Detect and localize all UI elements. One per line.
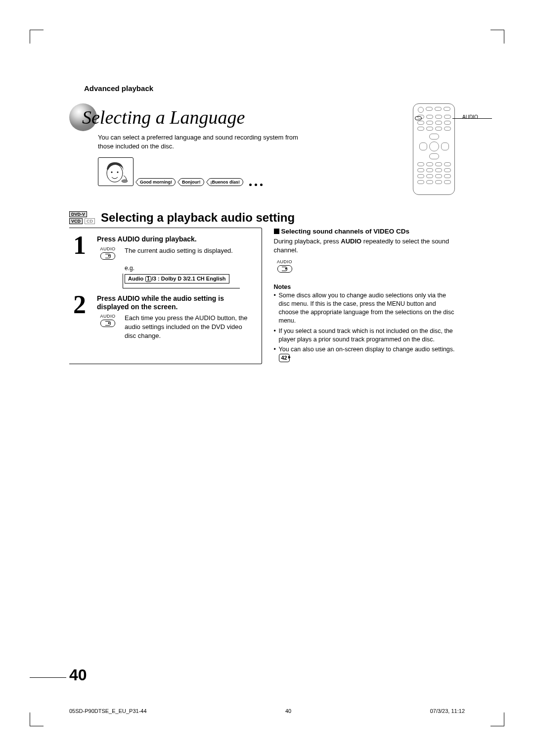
face-illustration bbox=[98, 157, 134, 186]
crop-mark-tr bbox=[490, 30, 504, 44]
right-text: During playback, press AUDIO repeatedly … bbox=[274, 237, 455, 254]
steps-panel: 1 Press AUDIO during playback. AUDIO The… bbox=[69, 228, 262, 364]
badge-vcd: VCD bbox=[69, 218, 83, 224]
step-text: Each time you press the AUDIO button, th… bbox=[125, 314, 255, 340]
speaker-icon bbox=[100, 252, 115, 260]
speech-illustration: Good morning! Bonjour! ¡Buenos días! bbox=[98, 157, 455, 186]
step-text: The current audio setting is displayed. bbox=[125, 246, 233, 255]
step-title: Press AUDIO while the audio setting is d… bbox=[97, 294, 255, 311]
osd-example: Audio 1/3 : Dolby D 3/2.1 CH English bbox=[125, 274, 255, 284]
footer-right: 07/3/23, 11:12 bbox=[430, 708, 465, 714]
svg-point-2 bbox=[117, 172, 119, 173]
audio-button-icon: AUDIO bbox=[274, 259, 296, 273]
badge-dvdv: DVD-V bbox=[69, 211, 87, 217]
svg-point-3 bbox=[122, 180, 128, 183]
osd-pre: Audio bbox=[128, 276, 143, 282]
crop-mark-bl bbox=[30, 712, 44, 726]
speaker-icon bbox=[100, 320, 115, 327]
example-label: e.g. bbox=[125, 265, 255, 272]
remote-diagram: AUDIO bbox=[413, 103, 455, 195]
page-number: 40 bbox=[69, 666, 87, 684]
disc-type-badges: DVD-V VCD CD bbox=[69, 211, 95, 224]
speech-bubble-1: Good morning! bbox=[136, 178, 176, 186]
note-item: You can also use an on-screen display to… bbox=[274, 345, 455, 362]
step-title: Press AUDIO during playback. bbox=[97, 235, 255, 243]
intro-text: You can select a preferred language and … bbox=[98, 133, 311, 150]
badge-cd: CD bbox=[85, 218, 95, 224]
dpad-icon bbox=[419, 134, 449, 159]
crop-mark-br bbox=[490, 712, 504, 726]
audio-button-highlight bbox=[415, 116, 422, 120]
footer-left: 05SD-P90DTSE_E_EU_P31-44 bbox=[69, 708, 147, 714]
right-subtitle: Selecting sound channels of VIDEO CDs bbox=[274, 228, 455, 235]
speaker-icon bbox=[277, 265, 292, 273]
square-bullet-icon bbox=[274, 229, 279, 234]
page-content: Advanced playback Selecting a Language Y… bbox=[69, 84, 455, 364]
speech-bubble-3: ¡Buenos días! bbox=[207, 178, 244, 186]
section-head: Advanced playback bbox=[84, 84, 455, 93]
page-title: Selecting a Language bbox=[82, 106, 245, 128]
right-column: Selecting sound channels of VIDEO CDs Du… bbox=[274, 228, 455, 364]
ellipsis-dots bbox=[249, 184, 263, 186]
notes-heading: Notes bbox=[274, 284, 455, 290]
audio-button-icon: AUDIO bbox=[97, 246, 119, 260]
page-number-rule bbox=[30, 677, 66, 678]
face-icon bbox=[101, 159, 131, 184]
page-ref-badge: 42 bbox=[279, 354, 290, 362]
svg-point-1 bbox=[111, 172, 113, 173]
step-2: 2 Press AUDIO while the audio setting is… bbox=[73, 294, 255, 340]
step-number: 1 bbox=[73, 235, 93, 284]
note-item: If you select a sound track which is not… bbox=[274, 327, 455, 344]
footer: 05SD-P90DTSE_E_EU_P31-44 40 07/3/23, 11:… bbox=[69, 708, 465, 714]
notes-list: Some discs allow you to change audio sel… bbox=[274, 291, 455, 362]
step-number: 2 bbox=[73, 294, 93, 340]
osd-post: /3 : Dolby D 3/2.1 CH English bbox=[152, 276, 226, 282]
crop-mark-tl bbox=[30, 30, 44, 44]
subsection-title: Selecting a playback audio setting bbox=[101, 211, 295, 225]
audio-callout-label: AUDIO bbox=[462, 114, 478, 120]
audio-button-icon: AUDIO bbox=[97, 314, 119, 327]
note-item: Some discs allow you to change audio sel… bbox=[274, 291, 455, 325]
step-1: 1 Press AUDIO during playback. AUDIO The… bbox=[73, 235, 255, 284]
osd-num: 1 bbox=[145, 276, 151, 282]
footer-mid: 40 bbox=[285, 708, 291, 714]
speech-bubble-2: Bonjour! bbox=[178, 178, 204, 186]
